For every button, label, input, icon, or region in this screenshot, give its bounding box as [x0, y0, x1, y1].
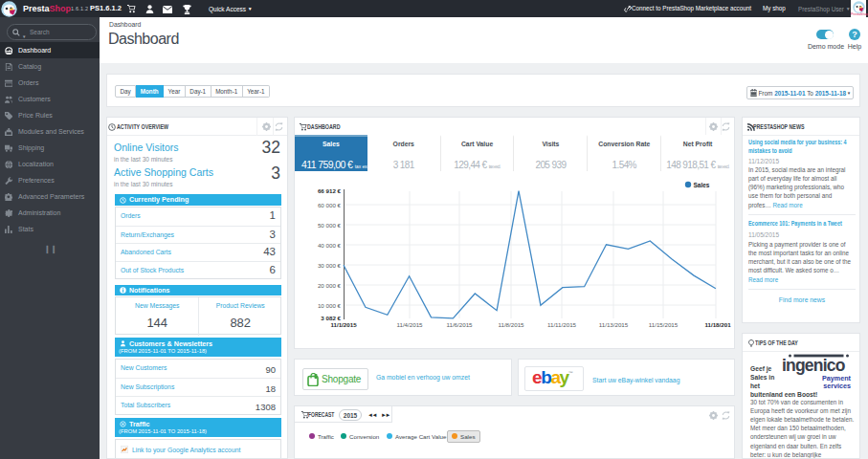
svg-text:30 000 €: 30 000 € — [318, 262, 342, 269]
svg-text:20 000 €: 20 000 € — [318, 282, 342, 289]
svg-text:11/11/2015: 11/11/2015 — [547, 321, 577, 328]
svg-text:11/8/2015: 11/8/2015 — [498, 321, 524, 328]
svg-text:11/6/2015: 11/6/2015 — [446, 321, 473, 328]
svg-text:11/4/2015: 11/4/2015 — [396, 321, 423, 328]
svg-text:10 000 €: 10 000 € — [318, 302, 342, 309]
svg-text:11/1/2015: 11/1/2015 — [330, 321, 357, 328]
svg-text:Sales: Sales — [694, 182, 710, 188]
svg-text:11/18/201: 11/18/201 — [704, 321, 731, 328]
svg-text:11/13/2015: 11/13/2015 — [599, 321, 629, 328]
svg-text:50 000 €: 50 000 € — [318, 222, 342, 229]
svg-text:66 912 €: 66 912 € — [318, 187, 342, 194]
svg-text:11/15/2015: 11/15/2015 — [649, 321, 679, 328]
svg-text:40 000 €: 40 000 € — [318, 242, 342, 249]
svg-text:60 000 €: 60 000 € — [318, 202, 342, 208]
